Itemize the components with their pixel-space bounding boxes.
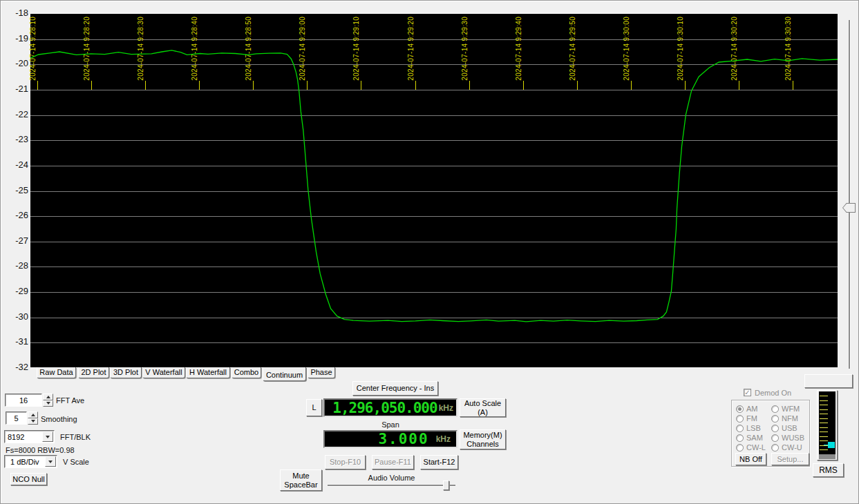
y-axis-label: -22	[1, 109, 28, 119]
tab-2d-plot[interactable]: 2D Plot	[78, 367, 109, 378]
y-axis-label: -21	[1, 84, 28, 94]
v-scale-label: V Scale	[63, 458, 89, 466]
tab-phase[interactable]: Phase	[308, 367, 335, 378]
y-axis-label: -26	[1, 210, 28, 220]
meter-tick	[820, 409, 828, 410]
pause-button[interactable]: Pause-F11	[372, 455, 414, 469]
tab-raw-data[interactable]: Raw Data	[37, 367, 76, 378]
arrow-down-icon	[31, 420, 35, 423]
meter-tick	[820, 405, 828, 405]
arrow-down-icon	[46, 402, 50, 405]
fft-blk-value: 8192	[8, 433, 24, 441]
checkmark-icon: ✓	[744, 389, 750, 396]
chevron-down-icon	[48, 461, 53, 463]
tab-continuum[interactable]: Continuum	[263, 367, 306, 381]
lock-button[interactable]: L	[306, 399, 322, 416]
meter-tick	[820, 445, 828, 446]
radio-nfm[interactable]	[771, 415, 779, 423]
meter-tick	[820, 396, 828, 396]
radio-wusb[interactable]	[771, 434, 779, 442]
stop-button[interactable]: Stop-F10	[325, 455, 366, 469]
dropdown-arrow-button[interactable]	[42, 432, 53, 442]
right-vertical-slider-track[interactable]	[849, 20, 850, 369]
fft-ave-label: FFT Ave	[56, 396, 84, 405]
frequency-unit: kHz	[439, 403, 453, 413]
fft-ave-spin-up-button[interactable]	[43, 394, 53, 400]
radio-selected-dot	[738, 407, 742, 411]
right-vertical-slider-thumb[interactable]	[842, 203, 856, 213]
fft-blk-dropdown[interactable]: 8192	[4, 430, 55, 443]
v-scale-value: 1 dB/Div	[10, 458, 39, 466]
meter-tick	[820, 423, 828, 423]
radio-cw-u[interactable]	[771, 444, 779, 452]
memory-channels-button[interactable]: Memory(M) Channels	[460, 429, 506, 449]
smoothing-value: 5	[14, 414, 18, 423]
y-axis-label: -30	[1, 311, 28, 322]
meter-tick	[820, 432, 828, 432]
radio-cw-l[interactable]	[736, 444, 744, 452]
y-axis-label: -28	[1, 260, 28, 271]
radio-wfm[interactable]	[771, 405, 779, 413]
arrow-up-icon	[46, 396, 50, 398]
meter-indicator-icon	[828, 442, 835, 448]
smoothing-spinner[interactable]	[28, 411, 38, 425]
demod-on-checkbox[interactable]: ✓	[744, 389, 751, 396]
meter-tick	[820, 440, 828, 441]
radio-label-nfm: NFM	[782, 414, 798, 423]
radio-lsb[interactable]	[736, 425, 744, 432]
smoothing-spin-up-button[interactable]	[28, 411, 38, 418]
v-scale-dropdown[interactable]: 1 dB/Div	[4, 455, 57, 468]
audio-volume-slider-track[interactable]	[328, 485, 455, 486]
dropdown-arrow-button[interactable]	[45, 456, 56, 467]
radio-label-usb: USB	[782, 424, 797, 432]
fft-ave-value: 16	[19, 396, 28, 405]
tab-combo[interactable]: Combo	[232, 367, 261, 378]
start-button[interactable]: Start-F12	[420, 455, 458, 469]
demod-on-label: Demod On	[755, 389, 791, 397]
radio-label-lsb: LSB	[746, 424, 761, 432]
fft-ave-spin-down-button[interactable]	[43, 400, 53, 407]
signal-level-meter-scale	[819, 391, 836, 459]
radio-label-cw-u: CW-U	[782, 443, 802, 452]
radio-am[interactable]	[736, 405, 744, 413]
y-axis-label: -24	[1, 159, 28, 170]
tab-3d-plot[interactable]: 3D Plot	[110, 367, 142, 378]
continuum-plot[interactable]: 2024-07-14 9:28:102024-07-14 9:28:202024…	[30, 13, 838, 367]
meter-tick	[820, 414, 828, 414]
y-axis-label: -32	[1, 362, 28, 372]
fs-rbw-info: Fs=8000 RBW=0.98	[6, 446, 75, 454]
mute-button[interactable]: Mute SpaceBar	[280, 469, 322, 491]
setup-button[interactable]: Setup...	[771, 453, 809, 465]
smoothing-spin-down-button[interactable]	[28, 418, 38, 425]
meter-base	[819, 454, 836, 459]
y-axis-label: -18	[1, 8, 28, 18]
audio-volume-slider-thumb[interactable]	[443, 481, 449, 490]
signal-level-meter	[817, 390, 838, 461]
nco-null-button[interactable]: NCO Null	[10, 473, 47, 485]
radio-fm[interactable]	[736, 415, 744, 423]
tab-v-waterfall[interactable]: V Waterfall	[142, 367, 185, 378]
y-axis-label: -25	[1, 185, 28, 195]
audio-volume-label: Audio Volume	[328, 474, 455, 482]
radio-label-wfm: WFM	[782, 405, 800, 413]
frequency-display[interactable]: 1,296,050.000 kHz	[323, 398, 457, 417]
y-axis-label: -19	[1, 33, 28, 43]
meter-tick	[820, 427, 828, 428]
radio-usb[interactable]	[771, 425, 779, 432]
arrow-up-icon	[31, 414, 35, 416]
span-value[interactable]: 3.000	[378, 431, 428, 447]
smoothing-input[interactable]: 5	[6, 411, 27, 425]
auto-scale-button[interactable]: Auto Scale (A)	[460, 398, 506, 417]
rms-button[interactable]: RMS	[813, 463, 844, 477]
chevron-down-icon	[46, 436, 50, 438]
fft-ave-spinner[interactable]	[43, 394, 53, 407]
tab-h-waterfall[interactable]: H Waterfall	[186, 367, 230, 378]
span-display[interactable]: 3.000 kHz	[323, 430, 457, 448]
nb-off-button[interactable]: NB Off	[735, 453, 766, 465]
frequency-value[interactable]: 1,296,050.000	[332, 400, 437, 416]
center-frequency-button[interactable]: Center Frequency - Ins	[352, 381, 438, 396]
radio-label-wusb: WUSB	[782, 434, 804, 442]
radio-sam[interactable]	[736, 434, 744, 442]
y-axis-label: -27	[1, 235, 28, 246]
fft-ave-input[interactable]: 16	[5, 394, 42, 407]
